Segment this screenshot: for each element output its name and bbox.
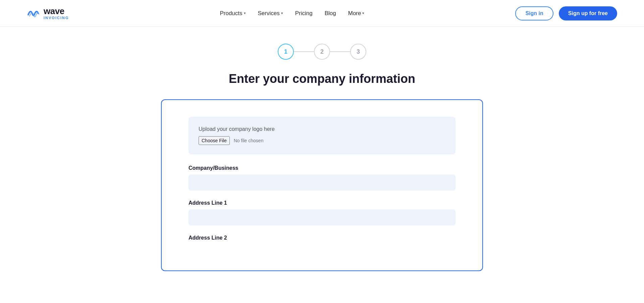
- main-content: 1 2 3 Enter your company information Upl…: [0, 27, 644, 291]
- nav-services[interactable]: Services ▾: [258, 10, 283, 17]
- step-2: 2: [314, 44, 330, 60]
- signin-button[interactable]: Sign in: [515, 6, 553, 20]
- nav-pricing[interactable]: Pricing: [295, 10, 313, 17]
- chevron-down-icon: ▾: [362, 11, 364, 15]
- nav-services-label: Services: [258, 10, 280, 17]
- signup-button[interactable]: Sign up for free: [559, 6, 617, 20]
- step-1: 1: [278, 44, 294, 60]
- company-business-group: Company/Business: [189, 165, 455, 191]
- nav-blog-label: Blog: [325, 10, 336, 17]
- nav-more-label: More: [348, 10, 361, 17]
- chevron-down-icon: ▾: [244, 11, 246, 15]
- page-title: Enter your company information: [229, 72, 415, 86]
- logo-invoicing-label: INVOICING: [44, 16, 69, 20]
- chevron-down-icon: ▾: [281, 11, 283, 15]
- step-3-number: 3: [357, 48, 360, 55]
- step-line-1: [294, 51, 314, 52]
- wave-logo-icon: [27, 7, 40, 20]
- stepper: 1 2 3: [278, 44, 366, 60]
- step-2-number: 2: [320, 48, 324, 55]
- nav-pricing-label: Pricing: [295, 10, 313, 17]
- nav-products-label: Products: [220, 10, 242, 17]
- company-business-input[interactable]: [189, 174, 455, 191]
- address-line-2-label: Address Line 2: [189, 235, 455, 241]
- address-line-1-label: Address Line 1: [189, 200, 455, 206]
- logo[interactable]: wave INVOICING: [27, 7, 69, 20]
- file-input-wrapper: Choose File No file chosen: [199, 136, 445, 145]
- nav-more[interactable]: More ▾: [348, 10, 365, 17]
- company-business-label: Company/Business: [189, 165, 455, 171]
- address-line-1-input[interactable]: [189, 209, 455, 225]
- form-card: Upload your company logo here Choose Fil…: [161, 99, 483, 271]
- nav-products[interactable]: Products ▾: [220, 10, 246, 17]
- nav-blog[interactable]: Blog: [325, 10, 336, 17]
- logo-wave-label: wave: [44, 7, 69, 15]
- address-line-1-group: Address Line 1: [189, 200, 455, 225]
- address-line-2-group: Address Line 2: [189, 235, 455, 241]
- navbar: wave INVOICING Products ▾ Services ▾ Pri…: [0, 0, 644, 27]
- nav-actions: Sign in Sign up for free: [515, 6, 617, 20]
- step-line-2: [330, 51, 350, 52]
- logo-text: wave INVOICING: [44, 7, 69, 20]
- step-1-number: 1: [284, 48, 287, 55]
- no-file-text: No file chosen: [234, 138, 264, 143]
- choose-file-button[interactable]: Choose File: [199, 136, 230, 145]
- nav-links: Products ▾ Services ▾ Pricing Blog More …: [220, 10, 364, 17]
- step-3: 3: [350, 44, 366, 60]
- upload-area: Upload your company logo here Choose Fil…: [189, 117, 455, 154]
- upload-label: Upload your company logo here: [199, 126, 445, 132]
